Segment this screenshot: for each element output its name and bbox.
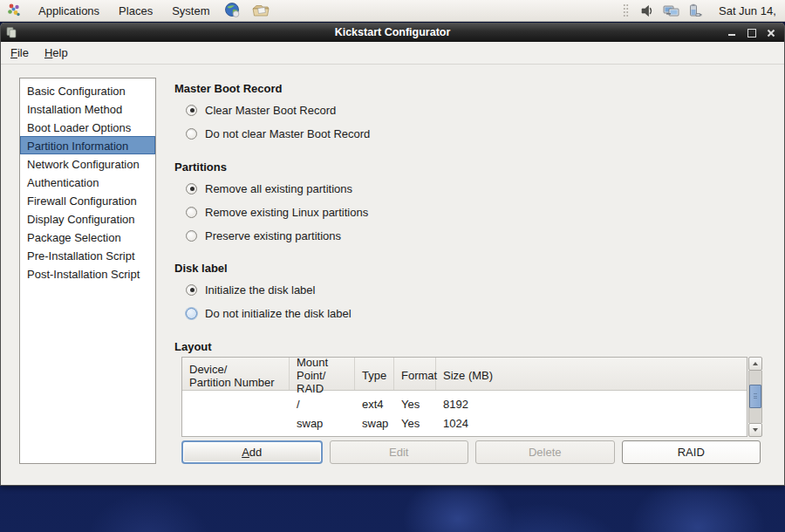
section-title: Master Boot Record (174, 83, 370, 95)
sidebar-item-authentication[interactable]: Authentication (20, 173, 155, 191)
delete-button[interactable]: Delete (475, 440, 615, 464)
edit-button[interactable]: Edit (330, 440, 469, 464)
radio-label: Remove all existing partitions (205, 182, 352, 195)
layout-action-buttons: Add Edit Delete RAID (181, 440, 761, 464)
scroll-up-button[interactable] (748, 357, 762, 371)
radio-preserve-partitions[interactable]: Preserve existing partitions (186, 226, 368, 245)
radio-label: Do not initialize the disk label (205, 307, 352, 320)
window-title: Kickstart Configurator (1, 26, 784, 38)
radio-remove-linux-partitions[interactable]: Remove existing Linux partitions (186, 202, 368, 222)
sidebar-item-partition-information[interactable]: Partition Information (20, 136, 155, 154)
radio-do-not-clear-mbr[interactable]: Do not clear Master Boot Record (186, 124, 370, 143)
col-mount-point-raid[interactable]: Mount Point/RAID (290, 358, 355, 390)
radio-button-icon[interactable] (186, 183, 197, 194)
close-button[interactable] (765, 27, 776, 38)
file-menu[interactable]: File (1, 42, 37, 64)
radio-label: Remove existing Linux partitions (205, 206, 368, 219)
radio-button-icon[interactable] (186, 308, 197, 319)
table-row[interactable]: / ext4 Yes 8192 (182, 394, 747, 413)
sidebar-item-installation-method[interactable]: Installation Method (20, 99, 155, 118)
table-scrollbar[interactable] (748, 357, 762, 437)
sidebar-item-pre-installation-script[interactable]: Pre-Installation Script (20, 246, 155, 264)
sidebar-item-boot-loader-options[interactable]: Boot Loader Options (20, 118, 155, 136)
help-menu[interactable]: Help (37, 42, 76, 64)
section-disk-label: Disk label Initialize the disk label Do … (174, 263, 352, 323)
arrow-up-icon (753, 362, 758, 365)
cell-type: swap (355, 417, 394, 430)
gnome-top-panel: Applications Places System (0, 0, 785, 22)
applet-drag-handle[interactable] (623, 3, 629, 17)
section-title: Partitions (174, 161, 368, 174)
sidebar-item-display-configuration[interactable]: Display Configuration (20, 209, 155, 228)
battery-power-icon[interactable] (686, 3, 704, 19)
table-row[interactable]: swap swap Yes 1024 (182, 413, 747, 433)
sidebar-item-post-installation-script[interactable]: Post-Installation Script (20, 264, 155, 283)
cell-size: 8192 (436, 398, 747, 411)
window-content: Basic Configuration Installation Method … (1, 65, 784, 485)
scrollbar-track[interactable] (748, 371, 762, 423)
kickstart-configurator-window: Kickstart Configurator File Help Basic C… (0, 23, 785, 486)
table-body: / ext4 Yes 8192 swap swap Yes 1024 (182, 391, 747, 433)
cell-type: ext4 (355, 398, 394, 411)
layout-table[interactable]: Device/Partition Number Mount Point/RAID… (181, 357, 747, 437)
section-master-boot-record: Master Boot Record Clear Master Boot Rec… (174, 83, 370, 143)
sidebar-item-network-configuration[interactable]: Network Configuration (20, 154, 155, 173)
add-button[interactable]: Add (181, 440, 323, 464)
radio-label: Clear Master Boot Record (205, 104, 336, 117)
cell-size: 1024 (436, 417, 747, 430)
scroll-down-button[interactable] (748, 423, 762, 437)
table-header-row: Device/Partition Number Mount Point/RAID… (182, 358, 747, 391)
radio-initialize-disk-label[interactable]: Initialize the disk label (186, 280, 352, 299)
col-device-partition-number[interactable]: Device/Partition Number (182, 358, 290, 390)
sidebar-item-firewall-configuration[interactable]: Firewall Configuration (20, 191, 155, 209)
section-layout: Layout (174, 341, 212, 353)
radio-button-icon[interactable] (186, 284, 197, 296)
partition-layout-table: Device/Partition Number Mount Point/RAID… (181, 357, 762, 437)
col-size-mb[interactable]: Size (MB) (436, 358, 747, 390)
radio-label: Do not clear Master Boot Record (205, 127, 370, 140)
col-type[interactable]: Type (355, 358, 394, 390)
network-monitors-icon[interactable] (662, 3, 680, 19)
category-list: Basic Configuration Installation Method … (19, 78, 156, 464)
menu-places[interactable]: Places (109, 0, 162, 21)
web-browser-launcher-icon[interactable] (223, 2, 242, 19)
distro-logo-icon[interactable] (6, 3, 22, 18)
sidebar-item-basic-configuration[interactable]: Basic Configuration (20, 81, 155, 99)
menu-system[interactable]: System (162, 0, 219, 21)
cell-mount: / (290, 398, 355, 411)
panel-clock[interactable]: Sat Jun 14, (719, 4, 785, 17)
section-title: Layout (174, 341, 212, 353)
section-title: Disk label (174, 263, 352, 275)
minimize-button[interactable] (727, 27, 738, 38)
cell-format: Yes (394, 417, 436, 430)
section-partitions: Partitions Remove all existing partition… (174, 161, 368, 245)
radio-button-icon[interactable] (186, 105, 197, 116)
radio-clear-mbr[interactable]: Clear Master Boot Record (186, 100, 370, 119)
cell-mount: swap (290, 417, 355, 430)
arrow-down-icon (753, 428, 758, 432)
file-manager-launcher-icon[interactable] (251, 2, 270, 19)
window-titlebar[interactable]: Kickstart Configurator (1, 23, 784, 42)
radio-label: Initialize the disk label (205, 283, 315, 297)
cell-format: Yes (394, 398, 436, 411)
radio-button-icon[interactable] (186, 230, 197, 242)
radio-button-icon[interactable] (186, 128, 197, 140)
radio-label: Preserve existing partitions (205, 229, 341, 242)
window-menubar: File Help (1, 42, 784, 65)
radio-remove-all-partitions[interactable]: Remove all existing partitions (186, 179, 368, 198)
raid-button[interactable]: RAID (622, 440, 761, 464)
maximize-button[interactable] (746, 27, 757, 38)
scrollbar-thumb[interactable] (749, 385, 761, 409)
sidebar-item-package-selection[interactable]: Package Selection (20, 228, 155, 246)
menu-applications[interactable]: Applications (29, 0, 109, 21)
radio-do-not-initialize-disk-label[interactable]: Do not initialize the disk label (186, 304, 352, 323)
col-format[interactable]: Format (394, 358, 436, 390)
volume-icon[interactable] (638, 3, 657, 19)
radio-button-icon[interactable] (186, 207, 197, 218)
